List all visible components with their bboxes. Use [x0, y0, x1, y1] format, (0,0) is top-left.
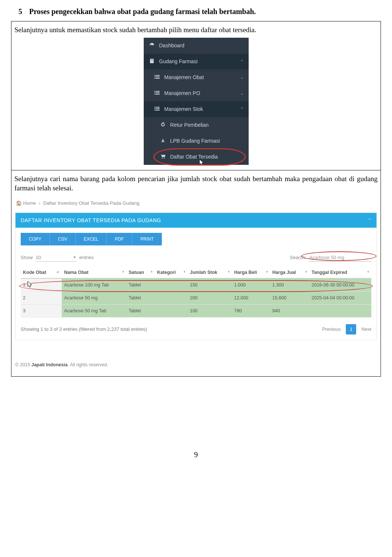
chevron-up-icon: ⌃	[240, 59, 243, 64]
col-label: Jumlah Stok	[190, 270, 217, 275]
sort-icon: ♦	[266, 270, 268, 274]
svg-rect-14	[156, 94, 160, 95]
sidebar-item-daftar-obat-tersedia[interactable]: Daftar Obat Tersedia	[144, 149, 249, 165]
copyright-brand: Japati Indonesia	[31, 362, 68, 367]
svg-rect-18	[156, 108, 160, 109]
dropdown-icon: ▼	[73, 255, 76, 259]
cell-exp: 2016-06-30 00:00:00	[309, 278, 371, 292]
search-input[interactable]	[309, 254, 371, 262]
cell-satuan: Tablet	[126, 304, 155, 317]
table-row[interactable]: 2 Acarbose 50 mg Tablet 200 12.000 15.60…	[21, 291, 371, 304]
pdf-button[interactable]: PDF	[107, 233, 132, 245]
sort-icon: ♦	[151, 270, 153, 274]
sidebar-label: Retur Pembelian	[170, 122, 209, 128]
copy-button[interactable]: COPY	[21, 233, 50, 245]
svg-rect-9	[154, 91, 156, 92]
svg-rect-4	[156, 75, 160, 76]
pager-next[interactable]: Next	[361, 326, 371, 332]
col-kode[interactable]: Kode Obat▲	[21, 267, 62, 278]
svg-rect-6	[156, 77, 160, 77]
svg-rect-17	[154, 108, 156, 109]
sidebar-label: Gudang Farmasi	[159, 58, 198, 64]
sidebar-item-manajemen-po[interactable]: Manajemen PO ⌄	[144, 85, 249, 101]
svg-rect-16	[156, 107, 160, 108]
cell-hjual: 15.600	[270, 291, 309, 304]
svg-rect-7	[154, 78, 156, 79]
cell-hjual: 1.300	[270, 278, 309, 292]
crumb-current: Daftar Inventory Obat Tersedia Pada Guda…	[43, 200, 140, 206]
svg-rect-13	[154, 94, 156, 95]
sidebar-label: Daftar Obat Tersedia	[170, 154, 218, 160]
sidebar-item-gudang-farmasi[interactable]: Gudang Farmasi ⌃	[144, 54, 249, 69]
building-icon	[149, 58, 155, 65]
cursor-icon	[199, 159, 204, 166]
entries-value: 10	[36, 255, 41, 260]
chevron-down-icon: ⌄	[240, 75, 243, 80]
cell-satuan: Tablet	[126, 291, 155, 304]
cell-2: Selanjutnya cari nama barang pada kolom …	[11, 170, 381, 376]
col-label: Tanggal Expired	[311, 270, 347, 275]
sort-icon: ▲	[56, 270, 60, 274]
panel-header: DAFTAR INVENTORY OBAT TERSEDIA PADA GUDA…	[16, 213, 376, 228]
content-box: Selanjutnya untuk memastikan stock sudah…	[11, 21, 381, 377]
print-button[interactable]: PRINT	[132, 233, 162, 245]
cursor-icon	[27, 281, 33, 288]
col-kategori[interactable]: Kategori♦	[155, 267, 188, 278]
search-wrap: Search:	[290, 254, 371, 262]
sidebar-item-manajemen-stok[interactable]: Manajemen Stok ⌃	[144, 101, 249, 117]
table-row[interactable]: 3 Acarbose 50 mg Tab Tablet 100 780 940	[21, 304, 371, 317]
entries-select[interactable]: 10 ▼	[36, 254, 76, 262]
sidebar-label: Manajemen Stok	[164, 106, 203, 112]
csv-button[interactable]: CSV	[50, 233, 76, 245]
crumb-home[interactable]: Home	[23, 200, 36, 206]
col-label: Kode Obat	[23, 270, 46, 275]
cell-hbeli: 1.000	[232, 278, 270, 292]
col-jumlah[interactable]: Jumlah Stok♦	[188, 267, 232, 278]
section-heading: 5 Proses pengecekkan bahwa obat pada gud…	[11, 7, 381, 16]
col-exp[interactable]: Tanggal Expired♦	[309, 267, 371, 278]
cell-hjual: 940	[270, 304, 309, 317]
col-hbeli[interactable]: Harga Beli♦	[232, 267, 270, 278]
svg-rect-2	[152, 60, 153, 60]
sort-icon: ♦	[184, 270, 185, 274]
sidebar-item-manajemen-obat[interactable]: Manajemen Obat ⌄	[144, 69, 249, 85]
pager-previous[interactable]: Previous	[322, 326, 341, 332]
inventory-panel: DAFTAR INVENTORY OBAT TERSEDIA PADA GUDA…	[15, 213, 377, 340]
svg-rect-10	[156, 91, 160, 92]
search-label: Search:	[290, 255, 306, 260]
col-hjual[interactable]: Harga Jual♦	[270, 267, 309, 278]
sort-icon: ♦	[367, 270, 369, 274]
cell-kode: 3	[21, 304, 62, 317]
cell-hbeli: 12.000	[232, 291, 270, 304]
panel-title: DAFTAR INVENTORY OBAT TERSEDIA PADA GUDA…	[21, 217, 161, 223]
svg-point-22	[164, 157, 165, 159]
cell-kode: 2	[21, 291, 62, 304]
svg-rect-1	[151, 60, 151, 60]
cell-nama: Acarbose 50 mg Tab	[62, 304, 126, 317]
cell-kategori	[155, 278, 188, 292]
table-row[interactable]: 1 Acarbose 100 mg Tab Tablet 150 1.000 1…	[21, 278, 371, 292]
col-label: Satuan	[129, 270, 144, 275]
cell-kategori	[155, 304, 188, 317]
col-satuan[interactable]: Satuan♦	[126, 267, 155, 278]
svg-rect-3	[154, 75, 156, 76]
table-footer: Showing 1 to 3 of 3 entries (filtered fr…	[21, 324, 371, 334]
pagination: Previous 1 Next	[322, 324, 371, 334]
show-entries: Show 10 ▼ entries	[21, 254, 94, 262]
sidebar-label: Manajemen Obat	[164, 74, 204, 80]
svg-rect-8	[156, 78, 160, 79]
cell-jumlah: 100	[188, 304, 232, 317]
sidebar-item-retur-pembelian[interactable]: Retur Pembelian	[144, 117, 249, 133]
excel-button[interactable]: EXCEL	[76, 233, 107, 245]
sidebar-item-dashboard[interactable]: Dashboard	[144, 38, 249, 54]
sidebar-label: Manajemen PO	[164, 90, 200, 96]
pager-current[interactable]: 1	[346, 324, 356, 334]
sidebar-item-lpb[interactable]: LPB Gudang Farmasi	[144, 133, 249, 149]
page-number: 9	[11, 451, 381, 459]
table-wrap: Kode Obat▲ Nama Obat♦ Satuan♦ Kategori♦ …	[21, 267, 371, 317]
cell-exp	[309, 304, 371, 317]
sidebar-screenshot: Dashboard Gudang Farmasi ⌃ Manajemen Oba…	[144, 38, 249, 165]
svg-rect-0	[150, 59, 154, 63]
col-nama[interactable]: Nama Obat♦	[62, 267, 126, 278]
chevron-up-icon[interactable]: ⌃	[368, 218, 372, 223]
